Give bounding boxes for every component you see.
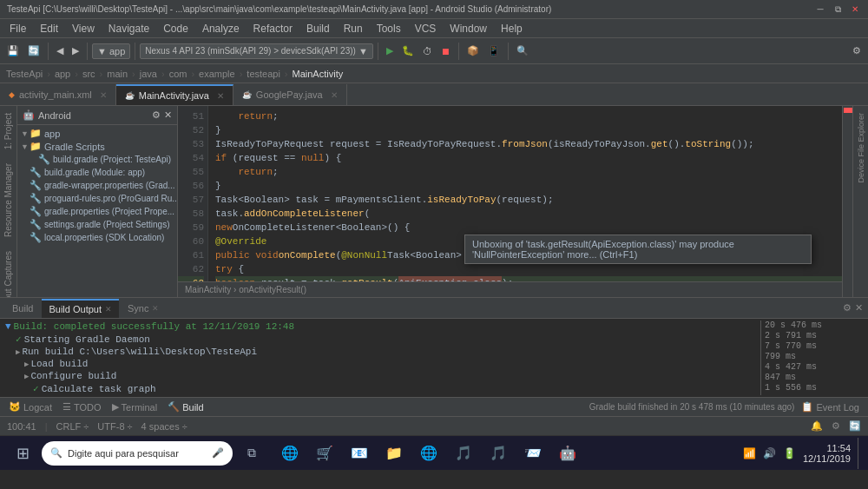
menu-run[interactable]: Run: [338, 21, 369, 36]
tab-close-xml[interactable]: ✕: [100, 90, 107, 100]
run-button[interactable]: ▶: [383, 43, 397, 58]
breadcrumb-testeapi2[interactable]: testeapi: [244, 68, 283, 80]
tab-mainactivity-java[interactable]: ☕ MainActivity.java ✕: [116, 84, 233, 105]
taskbar-app-music[interactable]: 🎵: [448, 438, 479, 469]
status-crlf[interactable]: CRLF ÷: [56, 421, 89, 432]
menu-window[interactable]: Window: [444, 21, 493, 36]
taskbar-app-edge[interactable]: 🌐: [274, 438, 306, 469]
taskbar-app-telegram[interactable]: 📨: [517, 438, 549, 469]
sidebar-captures-label[interactable]: Layout Captures: [2, 244, 15, 297]
taskbar-app-store[interactable]: 🛒: [309, 438, 340, 469]
sdk-manager[interactable]: 📦: [464, 43, 483, 58]
breadcrumb-com[interactable]: com: [167, 68, 190, 80]
tab-googlepay-java[interactable]: ☕ GooglePay.java ✕: [233, 84, 347, 105]
sidebar-project-label[interactable]: 1: Project: [2, 106, 15, 156]
tab-build[interactable]: Build: [5, 299, 40, 318]
profile-button[interactable]: ⏱: [419, 44, 436, 58]
status-encoding[interactable]: UTF-8 ÷: [97, 421, 132, 432]
taskbar-app-explorer[interactable]: 📁: [378, 438, 410, 469]
breadcrumb-app[interactable]: app: [52, 68, 73, 80]
todo-button[interactable]: ☰ TODO: [59, 400, 105, 413]
avd-manager[interactable]: 📱: [484, 43, 503, 58]
status-bar: 100:41 | CRLF ÷ UTF-8 ÷ 4 spaces ÷ 🔔 ⚙ 🔄: [0, 416, 868, 435]
tab-activity-main-xml[interactable]: ◆ activity_main.xml ✕: [0, 84, 116, 105]
taskbar-clock[interactable]: 11:54 12/11/2019: [803, 443, 851, 464]
battery-icon[interactable]: 🔋: [783, 447, 796, 459]
close-button[interactable]: ✕: [849, 3, 861, 16]
tree-gradle-wrapper[interactable]: 🔧 gradle-wrapper.properties (Grad...: [26, 179, 177, 192]
settings-button[interactable]: ⚙: [849, 43, 865, 58]
device-file-explorer[interactable]: Device File Explorer: [855, 109, 867, 187]
volume-icon[interactable]: 🔊: [763, 447, 776, 459]
taskbar-app-chrome[interactable]: 🌐: [413, 438, 444, 469]
logcat-button[interactable]: 🐱 Logcat: [5, 400, 56, 413]
taskbar-task-view[interactable]: ⧉: [236, 438, 267, 469]
debug-button[interactable]: 🐛: [398, 43, 418, 58]
terminal-button[interactable]: ▶ Terminal: [108, 400, 161, 413]
tab-close-googlepay[interactable]: ✕: [331, 90, 338, 100]
toolbar-forward[interactable]: ▶: [69, 43, 82, 58]
settings-icon[interactable]: ⚙: [832, 420, 840, 432]
panel-settings-icon[interactable]: ⚙: [152, 109, 161, 121]
sync-tab-close[interactable]: ✕: [152, 304, 159, 313]
toolbar-back[interactable]: ◀: [53, 43, 67, 58]
tab-build-output[interactable]: Build Output ✕: [42, 299, 119, 318]
bottom-settings-icon[interactable]: ⚙: [843, 302, 852, 314]
tree-gradle-scripts[interactable]: ▼ 📁 Gradle Scripts: [17, 140, 177, 153]
build-calc-task: ✓ Calculate task graph: [3, 382, 760, 395]
taskbar-search-box[interactable]: 🔍 Digite aqui para pesquisar 🎤: [42, 441, 233, 466]
toolbar-sep2: [87, 43, 88, 60]
toolbar-sync[interactable]: 🔄: [24, 43, 43, 58]
breadcrumb-java[interactable]: java: [137, 68, 160, 80]
tree-build-gradle-module[interactable]: 🔧 build.gradle (Module: app): [26, 166, 177, 179]
menu-vcs[interactable]: VCS: [409, 21, 443, 36]
stop-button[interactable]: ⏹: [437, 44, 454, 58]
tree-settings-gradle[interactable]: 🔧 settings.gradle (Project Settings): [26, 218, 177, 231]
breadcrumb-example[interactable]: example: [196, 68, 238, 80]
tree-proguard[interactable]: 🔧 proguard-rules.pro (ProGuard Ru...: [26, 192, 177, 205]
panel-close-icon[interactable]: ✕: [164, 109, 172, 121]
restore-button[interactable]: ⧉: [832, 3, 844, 16]
tree-gradle-properties[interactable]: 🔧 gradle.properties (Project Prope...: [26, 205, 177, 218]
menu-analyze[interactable]: Analyze: [196, 21, 246, 36]
tree-build-gradle-project[interactable]: 🔧 build.gradle (Project: TesteApi): [26, 153, 177, 166]
sidebar-resource-label[interactable]: Resource Manager: [2, 156, 15, 244]
menu-code[interactable]: Code: [157, 21, 194, 36]
menu-tools[interactable]: Tools: [371, 21, 407, 36]
minimize-button[interactable]: ─: [814, 3, 826, 16]
tab-sync[interactable]: Sync ✕: [121, 299, 166, 318]
breadcrumb-main[interactable]: main: [104, 68, 130, 80]
menu-navigate[interactable]: Navigate: [102, 21, 155, 36]
breadcrumb-src[interactable]: src: [80, 68, 98, 80]
network-icon[interactable]: 📶: [743, 447, 756, 459]
bottom-close-icon[interactable]: ✕: [855, 302, 863, 314]
notification-icon[interactable]: 🔔: [811, 420, 823, 432]
search-everywhere[interactable]: 🔍: [513, 43, 532, 58]
show-desktop-button[interactable]: [858, 438, 861, 469]
windows-start-button[interactable]: ⊞: [7, 438, 38, 469]
menu-help[interactable]: Help: [495, 21, 529, 36]
menu-view[interactable]: View: [66, 21, 101, 36]
tree-app[interactable]: ▼ 📁 app: [17, 127, 177, 140]
mic-icon[interactable]: 🎤: [212, 447, 224, 459]
sync-icon[interactable]: 🔄: [849, 420, 861, 432]
device-selector[interactable]: Nexus 4 API 23 (minSdk(API 29) > deviceS…: [140, 43, 373, 59]
status-indent[interactable]: 4 spaces ÷: [141, 421, 187, 432]
app-selector[interactable]: ▼ app: [92, 43, 130, 59]
code-content[interactable]: return; } IsReadyToPayRequest request = …: [208, 106, 852, 297]
taskbar-app-mail[interactable]: 📧: [344, 438, 375, 469]
menu-refactor[interactable]: Refactor: [247, 21, 299, 36]
build-button[interactable]: 🔨 Build: [164, 400, 207, 413]
toolbar-save[interactable]: 💾: [3, 43, 23, 58]
taskbar-app-android-studio[interactable]: 🤖: [552, 438, 583, 469]
menu-file[interactable]: File: [3, 21, 32, 36]
build-output-tab-close[interactable]: ✕: [105, 305, 112, 314]
menu-build[interactable]: Build: [300, 21, 336, 36]
breadcrumb-testeapi[interactable]: TesteApi: [3, 68, 45, 80]
tree-local-properties[interactable]: 🔧 local.properties (SDK Location): [26, 231, 177, 244]
menu-edit[interactable]: Edit: [34, 21, 64, 36]
event-log-button[interactable]: 📋 Event Log: [798, 400, 863, 413]
breadcrumb-mainactivity[interactable]: MainActivity: [290, 68, 346, 80]
tab-close-mainactivity[interactable]: ✕: [217, 91, 224, 101]
taskbar-app-spotify[interactable]: 🎵: [483, 438, 514, 469]
